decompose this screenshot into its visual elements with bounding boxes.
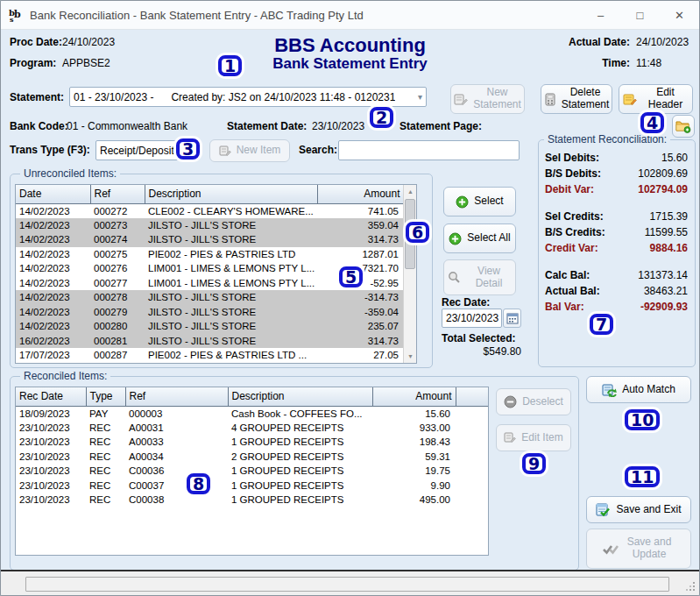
unreconciled-row[interactable]: 14/02/2023000273JILSTO - JILL'S STORE359… xyxy=(16,218,404,233)
reconciliation-row-value: 9884.16 xyxy=(650,242,688,254)
rec-date-input[interactable]: 23/10/2023 xyxy=(442,309,502,328)
edit-item-icon xyxy=(504,432,516,443)
reconciliation-row-value: 38463.21 xyxy=(644,285,688,297)
callout-11: 11 xyxy=(625,466,660,487)
save-and-update-button[interactable]: Save and Update xyxy=(586,529,691,569)
search-input[interactable] xyxy=(338,140,520,160)
reconciliation-row-label: Credit Var: xyxy=(545,242,598,254)
reconciliation-row-label: Calc Bal: xyxy=(545,269,590,281)
reconciled-row[interactable]: 23/10/2023RECC000371 GROUPED RECEIPTS9.9… xyxy=(16,479,489,493)
select-all-label: Select All xyxy=(467,232,510,245)
new-item-label: New Item xyxy=(237,145,281,157)
reconciliation-group-title: Statement Reconciliation: xyxy=(544,133,670,145)
auto-match-button[interactable]: Auto Match xyxy=(586,376,691,403)
reconciliation-group: Sel Debits:15.60B/S Debits:102809.69Debi… xyxy=(538,139,696,367)
resize-grip-icon[interactable] xyxy=(686,582,696,592)
maximize-icon[interactable]: □ xyxy=(620,1,660,30)
open-folder-button[interactable] xyxy=(672,115,695,138)
unreconciled-row[interactable]: 14/02/2023000280JILSTO - JILL'S STORE235… xyxy=(16,319,404,334)
col-rec-date[interactable]: Rec Date xyxy=(16,387,86,406)
deselect-button[interactable]: Deselect xyxy=(496,388,571,415)
select-all-button[interactable]: Select All xyxy=(443,224,516,253)
auto-match-label: Auto Match xyxy=(622,384,675,396)
save-and-update-label: Save and Update xyxy=(624,536,675,561)
col-date[interactable]: Date xyxy=(16,185,90,203)
col-description[interactable]: Description xyxy=(145,185,317,203)
status-message-field xyxy=(25,577,669,592)
total-selected-label: Total Selected: xyxy=(442,332,515,344)
rec-date-picker-button[interactable] xyxy=(503,309,521,328)
unreconciled-row[interactable]: 16/02/2023000281JILSTO - JILL'S STORE314… xyxy=(16,334,404,349)
unreconciled-row[interactable]: 14/02/2023000279JILSTO - JILL'S STORE-35… xyxy=(16,305,404,320)
select-all-plus-icon xyxy=(449,232,462,245)
reconciliation-row-value: 131373.14 xyxy=(638,269,688,281)
reconciled-row[interactable]: 23/10/2023RECA000331 GROUPED RECEIPTS198… xyxy=(16,435,489,450)
unreconciled-row[interactable]: 14/02/2023000275PIE002 - PIES & PASTRIES… xyxy=(16,247,404,262)
folder-add-icon xyxy=(675,119,691,133)
callout-7: 7 xyxy=(590,314,613,335)
save-and-exit-button[interactable]: Save and Exit xyxy=(586,496,691,523)
col-amount[interactable]: Amount xyxy=(372,387,456,406)
close-icon[interactable]: ✕ xyxy=(660,1,699,30)
new-statement-button[interactable]: New Statement xyxy=(450,84,525,114)
select-button[interactable]: Select xyxy=(443,187,516,216)
reconciliation-row: Calc Bal:131373.14 xyxy=(539,267,695,283)
unreconciled-header-row: Date Ref Description Amount xyxy=(16,185,404,203)
reconciliation-row: Sel Debits:15.60 xyxy=(539,150,695,166)
titlebar: b b s Bank Reconciliation - Bank Stateme… xyxy=(1,1,699,30)
delete-statement-label: Delete Statement xyxy=(562,87,610,111)
view-detail-button[interactable]: View Detail xyxy=(443,259,516,295)
unreconciled-row[interactable]: 14/02/2023000272CLE002 - CLEARY'S HOMEWA… xyxy=(16,203,404,218)
unreconciled-row[interactable]: 14/02/2023000274JILSTO - JILL'S STORE314… xyxy=(16,232,404,247)
reconciliation-row-label: Bal Var: xyxy=(545,301,584,313)
time-label: Time: xyxy=(562,57,630,69)
rec-date-label: Rec Date: xyxy=(442,296,490,309)
reconciled-row[interactable]: 23/10/2023RECA000314 GROUPED RECEIPTS933… xyxy=(16,421,489,436)
reconciliation-row-value: -92909.93 xyxy=(640,301,688,313)
new-statement-label: New Statement xyxy=(473,87,521,111)
reconciliation-rows: Sel Debits:15.60B/S Debits:102809.69Debi… xyxy=(539,140,695,315)
minimize-icon[interactable]: – xyxy=(581,1,620,30)
statement-date-value: 23/10/2023 xyxy=(312,120,364,132)
statement-dropdown[interactable]: 01 - 23/10/2023 - Created by: JS2 on 24/… xyxy=(69,87,427,107)
reconciliation-row-label: Sel Debits: xyxy=(545,152,599,164)
scroll-down-icon[interactable]: ▼ xyxy=(404,350,417,363)
unreconciled-row[interactable]: 14/02/2023000278JILSTO - JILL'S STORE-31… xyxy=(16,290,404,305)
reconciliation-row: Sel Credits:1715.39 xyxy=(539,209,695,224)
col-description[interactable]: Description xyxy=(228,387,372,406)
reconciled-row[interactable]: 18/09/2023PAY000003Cash Book - COFFEES F… xyxy=(16,406,489,421)
search-label: Search: xyxy=(299,144,337,156)
reconciliation-row-label: B/S Credits: xyxy=(545,226,605,238)
trans-type-label: Trans Type (F3): xyxy=(10,144,90,156)
reconciled-header-row: Rec Date Type Ref Description Amount xyxy=(16,387,489,406)
unreconciled-scrollbar[interactable]: ▲ ▼ xyxy=(403,185,416,363)
reconciled-row[interactable]: 23/10/2023RECC000381 GROUPED RECEIPTS495… xyxy=(16,493,489,507)
reconciliation-row: B/S Debits:102809.69 xyxy=(539,166,695,181)
new-item-button[interactable]: New Item xyxy=(209,139,290,162)
unreconciled-row[interactable]: 17/07/2023000287PIE002 - PIES & PASTRIES… xyxy=(16,348,404,363)
statement-dropdown-value: 01 - 23/10/2023 - Created by: JS2 on 24/… xyxy=(74,91,395,103)
scroll-up-icon[interactable]: ▲ xyxy=(404,185,417,198)
col-amount[interactable]: Amount xyxy=(317,185,404,203)
col-type[interactable]: Type xyxy=(86,387,125,406)
reconciliation-row-value: 11599.55 xyxy=(645,226,688,238)
reconciled-row[interactable]: 23/10/2023RECA000342 GROUPED RECEIPTS59.… xyxy=(16,450,489,465)
auto-match-icon xyxy=(602,383,617,397)
new-statement-icon xyxy=(454,93,468,106)
actual-date-label: Actual Date: xyxy=(562,36,630,48)
col-ref[interactable]: Ref xyxy=(125,387,228,406)
actual-date-value: 24/10/2023 xyxy=(636,36,689,48)
edit-header-button[interactable]: Edit Header xyxy=(619,84,693,114)
callout-10: 10 xyxy=(625,409,660,430)
reconciliation-row-label: Actual Bal: xyxy=(545,285,600,297)
window-title: Bank Reconciliation - Bank Statement Ent… xyxy=(30,9,364,22)
reconciled-row[interactable]: 23/10/2023RECC000361 GROUPED RECEIPTS19.… xyxy=(16,464,489,479)
app-logo-icon: b b s xyxy=(8,7,24,23)
callout-3: 3 xyxy=(176,138,200,160)
callout-1: 1 xyxy=(218,55,242,76)
edit-item-button[interactable]: Edit Item xyxy=(496,424,571,451)
reconciliation-row: Actual Bal:38463.21 xyxy=(539,283,695,299)
edit-header-label: Edit Header xyxy=(642,87,689,111)
delete-statement-button[interactable]: Delete Statement xyxy=(541,84,612,114)
col-ref[interactable]: Ref xyxy=(90,185,145,203)
